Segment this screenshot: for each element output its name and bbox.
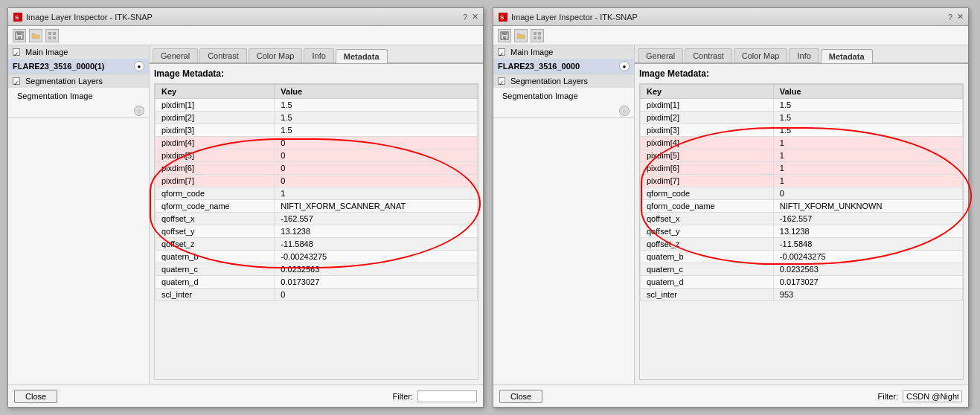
svg-rect-4 [18,36,21,39]
key-cell: pixdim[5] [156,149,275,162]
window-left: S Image Layer Inspector - ITK-SNAP ? ✕ M… [7,7,484,408]
key-cell: pixdim[2] [156,112,275,124]
value-cell: 1 [773,137,962,149]
key-cell: pixdim[6] [156,162,275,175]
seg-eye-button[interactable]: ○ [619,106,630,116]
svg-rect-5 [48,32,51,35]
key-cell: pixdim[4] [156,137,275,149]
titlebar-title: Image Layer Inspector - ITK-SNAP [511,13,638,22]
tab-metadata[interactable]: Metadata [821,49,873,63]
metadata-table-wrapper-left[interactable]: KeyValuepixdim[1]1.5pixdim[2]1.5pixdim[3… [154,83,478,380]
key-cell: qform_code_name [156,200,275,213]
right-panel-left: GeneralContrastColor MapInfoMetadataImag… [150,45,483,385]
table-row: qform_code_nameNIFTI_XFORM_UNKNOWN [641,200,963,213]
seg-layers-header: Segmentation Layers [8,74,149,88]
eye-button[interactable]: ● [134,61,144,71]
tab-color-map[interactable]: Color Map [734,48,788,62]
seg-layers-label: Segmentation Layers [25,77,103,86]
table-row: pixdim[4]0 [156,137,478,149]
key-cell: quatern_b [641,251,774,263]
app-icon: S [13,12,23,22]
filter-label-left: Filter: [393,392,414,401]
eye-button[interactable]: ● [619,61,630,71]
key-cell: quatern_c [156,263,275,276]
table-row: quatern_b-0.00243275 [641,251,963,263]
seg-image-row: Segmentation Image [493,88,634,104]
save-btn[interactable] [13,29,26,42]
metadata-table-wrapper-right[interactable]: KeyValuepixdim[1]1.5pixdim[2]1.5pixdim[3… [639,83,964,380]
tab-info[interactable]: Info [304,48,333,62]
key-cell: qoffset_x [641,213,774,225]
col-header-value: Value [275,85,478,99]
table-row: pixdim[6]1 [641,162,963,175]
close-window-button[interactable]: ✕ [957,12,964,22]
close-window-button[interactable]: ✕ [472,12,478,22]
svg-rect-12 [502,32,507,35]
main-image-item[interactable]: FLARE23_3516_0000(1) ● [8,59,149,74]
table-row: pixdim[2]1.5 [156,112,478,124]
main-image-checkbox[interactable] [13,48,20,56]
tab-contrast[interactable]: Contrast [685,48,732,62]
value-cell: 1.5 [773,124,962,137]
seg-layers-checkbox[interactable] [498,77,505,85]
table-row: qform_code_nameNIFTI_XFORM_SCANNER_ANAT [156,200,478,213]
key-cell: pixdim[6] [641,162,774,175]
folder-btn[interactable] [514,29,528,42]
filter-area-left: Filter: [393,390,478,402]
table-row: pixdim[2]1.5 [641,112,963,124]
panel-body-left: Image Metadata:KeyValuepixdim[1]1.5pixdi… [150,64,483,385]
main-image-header: Main Image [493,45,634,59]
table-row: qform_code0 [641,187,963,200]
value-cell: 1 [275,187,478,200]
table-row: qoffset_y13.1238 [641,225,963,238]
value-cell: -162.557 [773,213,962,225]
titlebar-controls: ? ✕ [948,12,964,22]
main-image-section: Main Image FLARE23_3516_0000 ● [493,45,634,74]
help-button[interactable]: ? [948,13,952,22]
folder-btn[interactable] [29,29,42,42]
value-cell: 1.5 [275,124,478,137]
svg-text:S: S [15,14,19,21]
key-cell: qoffset_y [641,225,774,238]
table-row: qform_code1 [156,187,478,200]
titlebar-left: S Image Layer Inspector - ITK-SNAP [498,12,638,22]
table-row: scl_inter953 [641,289,963,301]
table-row: pixdim[7]0 [156,175,478,187]
value-cell: 0 [275,149,478,162]
grid-btn[interactable] [45,29,59,42]
value-cell: 953 [773,289,962,301]
tab-color-map[interactable]: Color Map [249,48,303,62]
value-cell: 0.0173027 [773,276,962,289]
table-row: quatern_c0.0232563 [641,263,963,276]
main-image-checkbox[interactable] [498,48,505,56]
grid-btn[interactable] [531,29,544,42]
filter-input-right[interactable] [903,390,962,402]
key-cell: qoffset_z [641,238,774,251]
tab-general[interactable]: General [153,48,198,62]
value-cell: 0 [275,175,478,187]
bottom-bar-right: CloseFilter: [493,385,968,407]
main-image-item[interactable]: FLARE23_3516_0000 ● [493,59,634,74]
tab-metadata[interactable]: Metadata [336,49,388,63]
window-right: S Image Layer Inspector - ITK-SNAP ? ✕ M… [493,7,969,408]
svg-rect-13 [503,36,506,39]
save-btn[interactable] [498,29,511,42]
key-cell: quatern_d [641,276,774,289]
value-cell: -162.557 [275,213,478,225]
close-button-right[interactable]: Close [499,390,542,403]
value-cell: 0 [275,162,478,175]
table-row: pixdim[1]1.5 [156,99,478,112]
help-button[interactable]: ? [463,13,467,22]
svg-rect-16 [534,36,537,39]
tab-info[interactable]: Info [789,48,819,62]
filter-label-right: Filter: [878,392,899,401]
table-row: quatern_b-0.00243275 [156,251,478,263]
seg-eye-button[interactable]: ○ [134,106,144,116]
value-cell: -11.5848 [275,238,478,251]
tab-general[interactable]: General [638,48,683,62]
close-button-left[interactable]: Close [14,390,57,403]
filter-input-left[interactable] [417,390,477,402]
tab-contrast[interactable]: Contrast [199,48,247,62]
svg-text:S: S [500,14,505,21]
seg-layers-checkbox[interactable] [13,77,20,85]
